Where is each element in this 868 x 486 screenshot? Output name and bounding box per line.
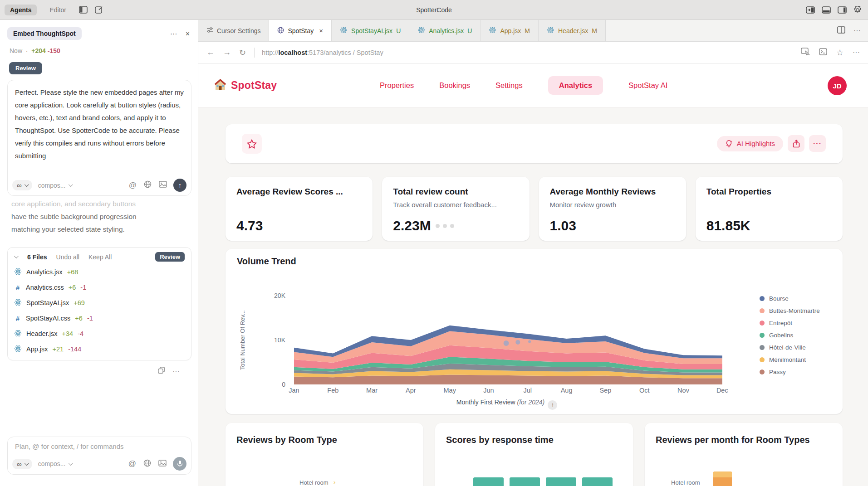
legend-item[interactable]: Ménilmontant	[760, 354, 820, 366]
legend-item[interactable]: Hôtel-de-Ville	[760, 341, 820, 354]
kpi-value: 81.85K	[706, 218, 750, 233]
globe-icon[interactable]	[143, 459, 151, 469]
changed-file-row[interactable]: #SpotStayAI.css+6-1	[14, 311, 185, 326]
panel-right-icon[interactable]	[838, 6, 847, 14]
nav-spotstay-ai[interactable]: SpotStay AI	[628, 81, 667, 90]
tab-label: Header.jsx	[558, 27, 588, 34]
editor-tab-cursor-settings[interactable]: Cursor Settings	[198, 20, 269, 41]
more-options-icon[interactable]: ···	[170, 30, 177, 38]
spotstay-header: SpotStay PropertiesBookingsSettingsAnaly…	[198, 63, 868, 107]
changed-file-row[interactable]: SpotStayAI.jsx+69	[14, 295, 185, 311]
editor-tab-spotstay[interactable]: SpotStay×	[269, 20, 332, 41]
model-mode-pill[interactable]: ∞	[12, 459, 32, 469]
favorite-star-button[interactable]	[242, 134, 262, 154]
tab-agents[interactable]: Agents	[5, 5, 37, 15]
model-selector[interactable]: compos...	[38, 182, 72, 189]
user-message-bubble[interactable]: Perfect. Please style the new embedded p…	[7, 80, 191, 196]
nav-settings[interactable]: Settings	[495, 81, 523, 90]
hover-marker	[504, 340, 509, 346]
changed-file-row[interactable]: #Analytics.css+6-1	[14, 280, 185, 295]
collapse-chevron-icon[interactable]	[14, 254, 19, 258]
inspect-element-icon[interactable]	[801, 48, 810, 57]
compose-icon[interactable]	[95, 6, 103, 14]
close-icon[interactable]: ×	[186, 30, 190, 38]
console-icon[interactable]	[819, 48, 827, 57]
legend-dot	[760, 357, 765, 362]
review-button[interactable]: Review	[9, 62, 42, 74]
panel-left-icon[interactable]	[79, 6, 88, 14]
ai-highlights-button[interactable]: AI Highlights	[717, 136, 783, 151]
kpi-card[interactable]: Average Monthly ReviewsMonitor review gr…	[539, 177, 686, 241]
more-actions-icon[interactable]: ···	[172, 367, 180, 375]
kpi-card[interactable]: Total Properties81.85K	[696, 177, 843, 241]
kpi-card[interactable]: Average Review Scores ...4.73	[226, 177, 373, 241]
tab-editor[interactable]: Editor	[44, 5, 72, 15]
mic-button[interactable]	[173, 457, 186, 471]
copy-icon[interactable]	[158, 367, 165, 376]
keep-all-button[interactable]: Keep All	[88, 253, 112, 261]
y-tick: 10K	[274, 336, 286, 344]
legend-item[interactable]: Passy	[760, 366, 820, 378]
chevron-down-icon	[69, 461, 73, 466]
bar-chart-partial[interactable]	[473, 477, 613, 486]
split-editor-icon[interactable]	[837, 26, 845, 35]
changed-file-row[interactable]: App.jsx+21-144	[14, 341, 185, 357]
kpi-card[interactable]: Total review countTrack overall customer…	[382, 177, 529, 241]
avatar[interactable]: JD	[828, 76, 847, 95]
brand[interactable]: SpotStay	[214, 63, 277, 107]
files-count[interactable]: 6 Files	[27, 253, 47, 261]
hover-marker	[515, 340, 520, 345]
urlbar-more-icon[interactable]: ···	[853, 49, 860, 57]
legend-item[interactable]: Buttes-Montmartre	[760, 305, 820, 317]
bar-chart-partial[interactable]	[713, 471, 732, 486]
image-icon[interactable]	[159, 181, 167, 190]
panel-right-toggle-icon[interactable]	[806, 6, 815, 14]
tab-more-icon[interactable]: ···	[853, 27, 861, 35]
sort-up-icon[interactable]: ↑	[548, 400, 557, 410]
kpi-subtitle: Track overall customer feedback...	[393, 201, 518, 209]
mention-icon[interactable]: @	[129, 181, 137, 190]
editor-tab-header-jsx[interactable]: Header.jsxM	[539, 20, 606, 41]
file-added: +21	[53, 345, 64, 353]
file-removed: -1	[80, 284, 86, 291]
editor-tab-spotstayai-jsx[interactable]: SpotStayAI.jsxU	[332, 20, 409, 41]
bookmark-star-icon[interactable]: ☆	[836, 48, 843, 58]
share-button[interactable]	[788, 135, 804, 152]
model-mode-pill[interactable]: ∞	[12, 180, 32, 190]
session-badge[interactable]: Embed ThoughtSpot	[7, 27, 82, 40]
url-field[interactable]: http://localhost:5173/analytics / SpotSt…	[262, 49, 383, 56]
stacked-area-chart[interactable]: 010K20KJanFebMarAprMayJunJulAugSepOctNov…	[226, 249, 843, 414]
changed-file-row[interactable]: Header.jsx+34-4	[14, 326, 185, 341]
browser-viewport: SpotStay PropertiesBookingsSettingsAnaly…	[198, 63, 868, 486]
undo-all-button[interactable]: Undo all	[56, 253, 79, 261]
model-selector[interactable]: compos...	[38, 460, 72, 467]
close-tab-icon[interactable]: ×	[319, 27, 323, 34]
mention-icon[interactable]: @	[128, 459, 136, 468]
legend-item[interactable]: Bourse	[760, 292, 820, 305]
legend-item[interactable]: Entrepôt	[760, 317, 820, 329]
toolbar-more-button[interactable]: ···	[809, 135, 826, 152]
y-tick: 0	[282, 381, 285, 388]
send-button[interactable]: ↑	[173, 179, 186, 192]
editor-tab-analytics-jsx[interactable]: Analytics.jsxU	[409, 20, 481, 41]
image-icon[interactable]	[158, 460, 167, 468]
file-name: Header.jsx	[26, 330, 58, 337]
nav-analytics[interactable]: Analytics	[548, 76, 603, 95]
panel-bottom-icon[interactable]	[822, 6, 831, 14]
settings-gear-icon[interactable]	[853, 6, 862, 14]
legend-dot	[760, 369, 765, 374]
nav-properties[interactable]: Properties	[380, 81, 414, 90]
prompt-input[interactable]: Plan, @ for context, / for commands ∞ co…	[7, 437, 191, 475]
nav-bookings[interactable]: Bookings	[439, 81, 470, 90]
legend-item[interactable]: Gobelins	[760, 329, 820, 341]
user-message-text: Perfect. Please style the new embedded p…	[15, 86, 186, 162]
globe-icon[interactable]	[144, 180, 152, 190]
expand-chevron-icon[interactable]: ›	[333, 479, 335, 486]
changed-file-row[interactable]: Analytics.jsx+68	[14, 264, 185, 280]
react-icon	[489, 26, 496, 35]
forward-icon[interactable]: →	[223, 48, 231, 57]
reload-icon[interactable]: ↻	[239, 48, 246, 58]
review-files-button[interactable]: Review	[155, 252, 185, 262]
back-icon[interactable]: ←	[206, 48, 215, 57]
editor-tab-app-jsx[interactable]: App.jsxM	[481, 20, 539, 41]
